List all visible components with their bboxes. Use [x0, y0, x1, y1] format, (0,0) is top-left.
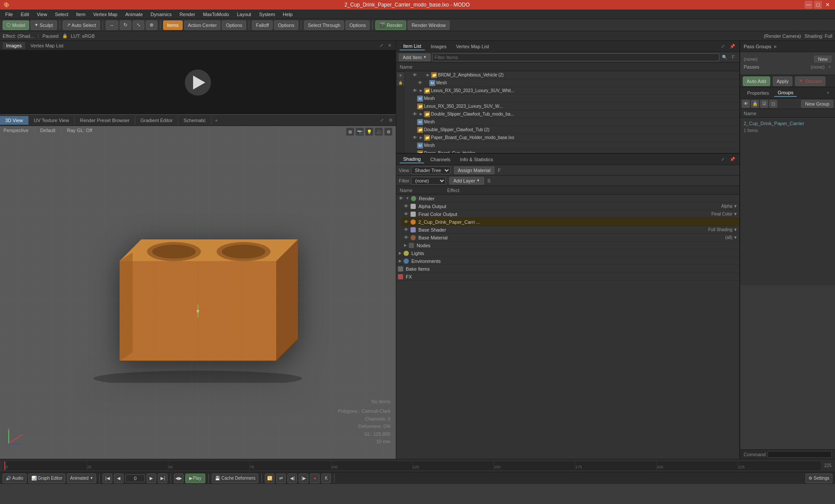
maximize-btn[interactable]: □	[814, 1, 822, 9]
item-list-content[interactable]: 👁 ▶ 📁 BRDM_2_Amphibious_Vehicle (2) 👁 M …	[405, 71, 739, 153]
transform-btn[interactable]: ⊕	[146, 20, 157, 30]
menu-dynamics[interactable]: Dynamics	[147, 11, 175, 18]
tab-properties[interactable]: Properties	[744, 90, 772, 96]
render-tab-images[interactable]: Images	[3, 42, 25, 49]
shader-eye-2[interactable]: 👁	[403, 211, 409, 217]
play-preview-btn[interactable]	[185, 70, 211, 96]
shader-row-final-color[interactable]: 👁 Final Color Output Final Color ▼	[401, 210, 739, 218]
effect-dropdown-4[interactable]: ▼	[733, 227, 738, 232]
filter-search-icon[interactable]: 🔍	[721, 54, 728, 61]
play-reverse-btn[interactable]: ◀▶	[174, 474, 184, 483]
tab-shading[interactable]: Shading	[400, 156, 424, 163]
shader-eye-4[interactable]: 👁	[403, 227, 409, 233]
apply-btn[interactable]: Apply	[773, 76, 793, 86]
shader-row-alpha[interactable]: 👁 Alpha Output Alpha ▼	[401, 202, 739, 210]
shader-row-base-shader[interactable]: 👁 Base Shader Full Shading ▼	[401, 226, 739, 234]
list-item[interactable]: 👁 ▶ 📁 Paper_Board_Cup_Holder_modo_base.l…	[410, 134, 739, 142]
command-input[interactable]	[768, 451, 832, 458]
minimize-btn[interactable]: —	[805, 1, 812, 9]
list-item[interactable]: 👁 M Mesh	[415, 79, 739, 87]
item-expand-5[interactable]: ▶	[419, 112, 423, 116]
menu-item[interactable]: Item	[73, 11, 89, 18]
group-item-0[interactable]: 2_Cup_Drink_Paper_Carrier	[744, 119, 832, 127]
vp-settings-btn[interactable]: ⚙	[384, 128, 392, 136]
tab-render-preset[interactable]: Render Preset Browser	[75, 116, 135, 125]
tab-gradient-editor[interactable]: Gradient Editor	[135, 116, 178, 125]
cache-deformers-btn[interactable]: 💾 Cache Deformers	[212, 474, 258, 483]
shader-expand-lights[interactable]: ▶	[398, 251, 402, 255]
next-frame-btn[interactable]: ▶	[147, 474, 156, 483]
translate-btn[interactable]: ↔	[106, 20, 118, 30]
shader-row-cup-material[interactable]: 👁 2_Cup_Drink_Paper_Carri ...	[401, 218, 739, 226]
item-expand-0[interactable]: ▶	[426, 73, 430, 77]
menu-render[interactable]: Render	[176, 11, 199, 18]
timeline-ruler[interactable]: 0 25 50 75 100 125 150 175 200 225	[3, 461, 821, 470]
il-expand-icon[interactable]: ⤢	[719, 43, 726, 50]
shading-pin-icon[interactable]: 📌	[729, 156, 736, 163]
prop-icon-btn-4[interactable]: ◻	[769, 100, 777, 108]
viewport[interactable]: Perspective | Default | Ray GL: Off ⊞ 📷 …	[0, 126, 396, 459]
action-center-btn[interactable]: Action Center	[184, 20, 221, 30]
expand-viewport-icon[interactable]: ⤢	[378, 117, 385, 124]
item-eye-8[interactable]: 👁	[412, 135, 418, 141]
animated-btn[interactable]: Animated ▼	[67, 474, 96, 483]
item-eye-5[interactable]: 👁	[412, 111, 418, 117]
tab-3d-view[interactable]: 3D View	[0, 116, 29, 125]
new-group-btn[interactable]: New Group	[801, 100, 833, 108]
pb-next-key[interactable]: |▶	[299, 474, 308, 483]
prop-icon-btn-3[interactable]: ☑	[760, 100, 768, 108]
loop-btn[interactable]: 🔁	[265, 474, 274, 483]
menu-edit[interactable]: Edit	[17, 11, 33, 18]
render-btn[interactable]: 🎬 Render	[375, 20, 406, 30]
add-item-btn[interactable]: Add Item ▼	[399, 53, 431, 61]
shader-expand-nodes[interactable]: ▶	[403, 243, 407, 248]
pb-record[interactable]: ●	[310, 474, 320, 483]
pb-prev-key[interactable]: ◀|	[287, 474, 297, 483]
item-lock-0[interactable]	[419, 72, 425, 78]
falloff-options-btn[interactable]: Options	[274, 20, 298, 30]
list-item[interactable]: M Mesh	[415, 118, 739, 126]
rotate-btn[interactable]: ↻	[120, 20, 131, 30]
tab-info-stats[interactable]: Info & Statistics	[457, 156, 497, 163]
effect-dropdown-1[interactable]: ▼	[733, 204, 738, 209]
list-item[interactable]: M Mesh	[415, 142, 739, 149]
vp-cam-btn[interactable]: 📷	[356, 128, 364, 136]
bounce-btn[interactable]: ⇌	[276, 474, 286, 483]
shader-row-base-material[interactable]: 👁 Base Material (all) ▼	[401, 234, 739, 242]
menu-animate[interactable]: Animate	[122, 11, 146, 18]
close-render-icon[interactable]: ✕	[386, 42, 393, 49]
shader-row-environments[interactable]: ▶ Environments	[396, 257, 739, 265]
item-eye-2[interactable]: 👁	[412, 88, 418, 94]
add-layer-btn[interactable]: Add Layer ▼	[449, 177, 484, 185]
add-view-tab-btn[interactable]: +	[211, 116, 221, 125]
items-btn[interactable]: Items	[163, 20, 183, 30]
tab-images[interactable]: Images	[428, 43, 450, 50]
tab-channels[interactable]: Channels	[427, 156, 454, 163]
list-item[interactable]: 👁 ▶ 📁 Lexus_RX_350_2023_Luxury_SUV_Whit.…	[410, 87, 739, 95]
shader-expand-0[interactable]: ▼	[405, 196, 410, 201]
sculpt-mode-btn[interactable]: ✦ Sculpt	[30, 20, 57, 30]
st-options-btn[interactable]: Options	[345, 20, 370, 30]
list-item[interactable]: 📁 Double_Slipper_Clawfoot_Tub (2)	[415, 126, 739, 134]
menu-file[interactable]: File	[2, 11, 17, 18]
model-mode-btn[interactable]: ⬡ Model	[3, 20, 29, 30]
tab-uv-texture[interactable]: UV Texture View	[29, 116, 75, 125]
list-item[interactable]: 👁 ▶ 📁 Double_Slipper_Clawfoot_Tub_modo_b…	[410, 110, 739, 118]
tab-item-list[interactable]: Item List	[400, 43, 425, 50]
frame-end-btn[interactable]: ▶|	[158, 474, 167, 483]
shader-eye-1[interactable]: 👁	[403, 203, 409, 209]
item-eye-0[interactable]: 👁	[412, 72, 418, 78]
menu-system[interactable]: System	[256, 11, 279, 18]
menu-view[interactable]: View	[33, 11, 51, 18]
list-item[interactable]: 📁 Paper_Board_Cup_Holder	[415, 149, 739, 153]
options-btn-1[interactable]: Options	[222, 20, 246, 30]
pb-key[interactable]: K	[321, 474, 331, 483]
viewport-settings-icon[interactable]: ⚙	[387, 117, 394, 124]
filter-pin-icon[interactable]: F	[730, 54, 737, 61]
render-window-btn[interactable]: Render Window	[407, 20, 449, 30]
expand-render-icon[interactable]: ⤢	[378, 42, 385, 49]
discard-btn[interactable]: ✕ Discard	[795, 76, 825, 86]
current-frame-input[interactable]	[125, 474, 145, 482]
shader-eye-0[interactable]: 👁	[398, 196, 404, 202]
filter-items-input[interactable]	[432, 53, 719, 61]
